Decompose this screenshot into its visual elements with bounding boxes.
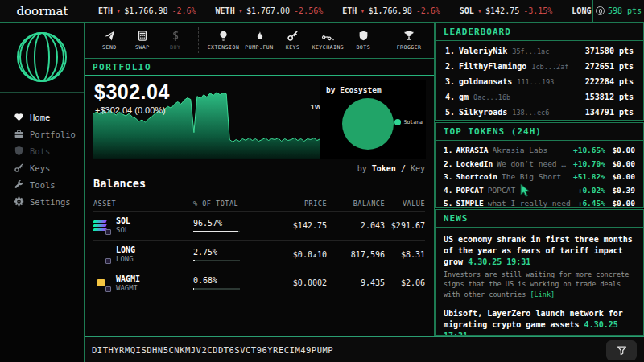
pct-of-total: 2.75% <box>193 248 217 257</box>
wagmi-token-icon <box>93 275 109 290</box>
leaderboard-row[interactable]: 3.goldmansats111...193222284 pts <box>445 77 634 93</box>
keychains-button[interactable]: KEYCHAINS <box>312 30 345 51</box>
toggle-token-option[interactable]: Token <box>372 164 396 173</box>
sidebar-item-label: Tools <box>30 180 56 190</box>
news-title: NEWS <box>436 210 643 228</box>
value-cell: $291.67 <box>385 212 425 241</box>
briefcase-icon <box>14 129 24 139</box>
ticker-item[interactable]: ETH▼$1,766.98-2.6% <box>98 6 196 15</box>
ticker-item[interactable]: ETH▼$1,766.98-2.6% <box>342 6 440 15</box>
keys-button[interactable]: KEYS <box>279 30 307 51</box>
ticker-item[interactable]: SOL▼$142.75-3.15% <box>460 6 553 15</box>
top-token-row[interactable]: 3.ShortcoinThe Big Short+51.82%$0.00 <box>444 172 635 186</box>
balance-row-wagmi[interactable]: WAGMIWAGMI 0.68% $0.0002 9,435 $2.06 <box>93 269 425 297</box>
sidebar-item-label: Keys <box>30 163 50 173</box>
contract-address[interactable]: DITHYRMQISDHN5CNKMJV2CDDT6SVCT96YRECIM49… <box>92 345 333 355</box>
send-button[interactable]: SEND <box>96 30 123 51</box>
shield-icon <box>14 146 24 156</box>
portfolio-change: +$302.04 (0.00%) <box>95 105 166 115</box>
price-cell: $0.0₄10 <box>274 240 327 269</box>
frogger-button[interactable]: FROGGER <box>395 30 423 51</box>
news-datetime: 4.30.25 19:31 <box>468 257 530 266</box>
balances-table: ASSET % OF TOTAL PRICE BALANCE VALUE SOL… <box>93 196 425 297</box>
toggle-key-option[interactable]: Key <box>411 164 425 173</box>
toolbar-separator <box>198 27 199 53</box>
news-item[interactable]: US economy shrank in first three months … <box>444 234 635 299</box>
key-icon <box>14 162 24 173</box>
points-coin-icon <box>596 6 605 15</box>
balances-title: Balances <box>93 177 425 190</box>
buy-button[interactable]: BUY <box>162 30 189 51</box>
main-panel: SEND SWAP BUY EXTENSION PUMP.FUN KEYS KE… <box>85 23 435 336</box>
key-icon <box>287 30 299 42</box>
heart-icon <box>14 112 24 122</box>
toolbar-separator <box>386 27 386 53</box>
sidebar-nav: Home Portfolio Bots Keys Tools Settings <box>0 93 84 210</box>
swap-button[interactable]: SWAP <box>129 30 156 51</box>
balance-cell: 2.043 <box>327 212 385 241</box>
portfolio-chart: $302.04 +$302.04 (0.00%) 1W 1M 1Y ALL <box>93 80 324 159</box>
sidebar: Home Portfolio Bots Keys Tools Settings <box>0 23 85 362</box>
sidebar-item-bots[interactable]: Bots <box>14 142 84 159</box>
sidebar-item-portfolio[interactable]: Portfolio <box>14 125 84 142</box>
leaderboard-row[interactable]: 2.FilthyFlamingo1cb...2af272651 pts <box>445 62 634 77</box>
leaderboard-title: LEADERBOARD <box>436 23 643 41</box>
leaderboard-row[interactable]: 5.Silkyroads138...ec6134791 pts <box>445 108 634 123</box>
col-pct: % OF TOTAL <box>193 196 274 212</box>
pumpfun-button[interactable]: PUMP.FUN <box>245 30 273 51</box>
pct-bar <box>193 260 240 261</box>
col-price: PRICE <box>274 196 327 212</box>
down-arrow-icon: ▼ <box>117 8 120 14</box>
balance-row-sol[interactable]: SOLSOL 96.57% $142.75 2.043 $291.67 <box>93 212 425 241</box>
trophy-icon <box>403 30 415 42</box>
wrench-icon <box>14 179 24 190</box>
sol-token-icon <box>93 218 109 233</box>
leaderboard-row[interactable]: 1.ValeriyNik35f...1ac371580 pts <box>445 47 634 62</box>
sidebar-item-label: Bots <box>30 146 50 156</box>
chain-badge-icon <box>105 286 111 292</box>
ecosystem-title: by Ecosystem <box>326 85 419 94</box>
balance-cell: 9,435 <box>327 269 385 297</box>
down-arrow-icon: ▼ <box>361 8 364 14</box>
leaderboard-row[interactable]: 4.gm0ac...16b153812 pts <box>445 93 634 108</box>
down-arrow-icon: ▼ <box>478 8 481 14</box>
legend-label: Solana <box>404 119 423 125</box>
col-balance: BALANCE <box>327 196 385 212</box>
ticker-item[interactable]: LONG$0.00001016 <box>572 6 592 15</box>
value-cell: $8.31 <box>385 240 425 269</box>
pct-bar <box>193 231 240 232</box>
pct-of-total: 0.68% <box>193 276 217 285</box>
keychain-icon <box>321 30 334 42</box>
bots-button[interactable]: BOTS <box>349 30 377 51</box>
top-token-row[interactable]: 2.LockedInWe don't need a job+10.70%$0.0… <box>444 159 635 173</box>
down-arrow-icon: ▼ <box>239 8 242 14</box>
doormat-globe-logo <box>15 31 68 84</box>
sidebar-item-home[interactable]: Home <box>14 109 84 125</box>
col-value: VALUE <box>385 196 425 212</box>
ticker-item[interactable]: WETH▼$1,767.00-2.56% <box>216 6 324 15</box>
sidebar-item-label: Settings <box>30 197 71 207</box>
chain-badge-icon <box>105 229 111 235</box>
filter-button[interactable] <box>606 340 637 360</box>
news-panel: NEWS US economy shrank in first three mo… <box>435 209 644 336</box>
balances-view-toggle[interactable]: by Token / Key <box>357 164 425 173</box>
price-cell: $142.75 <box>274 212 327 241</box>
value-cell: $2.06 <box>385 269 425 297</box>
sidebar-item-label: Home <box>30 113 50 122</box>
portfolio-section-title: PORTFOLIO <box>85 59 434 76</box>
funnel-icon <box>617 345 627 356</box>
pct-bar <box>193 288 240 290</box>
sidebar-item-keys[interactable]: Keys <box>14 159 84 176</box>
news-item[interactable]: Ubisoft, LayerZero launch network for mi… <box>444 308 635 336</box>
top-token-row[interactable]: 4.POPCATPOPCAT+0.02%$0.39 <box>444 186 635 200</box>
sidebar-item-settings[interactable]: Settings <box>14 193 84 210</box>
price-ticker: ETH▼$1,766.98-2.6% WETH▼$1,767.00-2.56% … <box>85 0 592 22</box>
sidebar-item-tools[interactable]: Tools <box>14 176 84 193</box>
points-badge[interactable]: 598 pts <box>592 0 644 22</box>
sidebar-item-label: Portfolio <box>30 130 76 139</box>
balance-row-long[interactable]: LONGLONG 2.75% $0.0₄10 817,596 $8.31 <box>93 240 425 269</box>
news-link[interactable]: [Link] <box>530 290 555 298</box>
extension-button[interactable]: EXTENSION <box>208 30 240 51</box>
ecosystem-pie-chart[interactable] <box>342 98 394 150</box>
top-token-row[interactable]: 1.AKRASIAAkrasia Labs+10.65%$0.00 <box>444 146 635 159</box>
